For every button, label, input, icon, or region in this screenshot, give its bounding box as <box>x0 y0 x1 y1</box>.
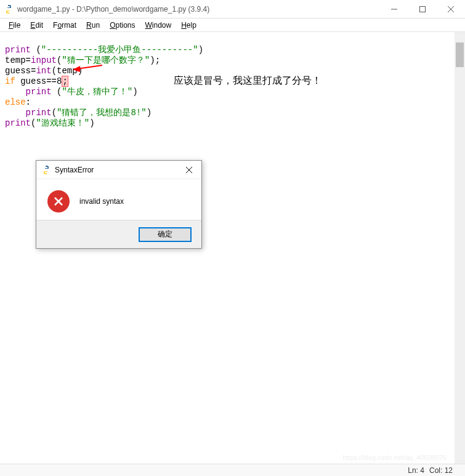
statusbar: Ln: 4 Col: 12 <box>0 464 465 476</box>
menu-help[interactable]: Help <box>177 20 200 31</box>
menu-window[interactable]: Window <box>142 20 176 31</box>
titlebar: wordgame_1.py - D:\Python_demo\wordgame_… <box>0 0 465 18</box>
svg-rect-1 <box>420 6 426 12</box>
svg-line-4 <box>76 65 102 69</box>
dialog-footer: 确定 <box>36 220 201 248</box>
close-button[interactable] <box>437 0 465 18</box>
annotation-arrow-icon <box>73 63 103 72</box>
minimize-button[interactable] <box>380 0 408 18</box>
dialog-body: invalid syntax <box>36 179 201 220</box>
python-icon <box>41 165 51 175</box>
dialog-titlebar: SyntaxError <box>36 161 201 179</box>
python-icon <box>4 4 14 14</box>
error-icon <box>47 190 70 212</box>
menubar: File Edit Format Run Options Window Help <box>0 18 465 32</box>
status-line: Ln: 4 <box>408 466 424 475</box>
scrollbar-thumb[interactable] <box>456 42 464 67</box>
svg-marker-5 <box>73 66 80 72</box>
dialog-close-button[interactable] <box>177 161 201 179</box>
menu-format[interactable]: Format <box>49 20 80 31</box>
menu-file[interactable]: File <box>5 20 24 31</box>
menu-run[interactable]: Run <box>83 20 103 31</box>
maximize-button[interactable] <box>408 0 437 18</box>
menu-options[interactable]: Options <box>106 20 139 31</box>
annotation-text: 应该是冒号，我这里打成了分号！ <box>174 75 321 86</box>
vertical-scrollbar[interactable] <box>455 32 465 464</box>
ok-button[interactable]: 确定 <box>139 227 192 242</box>
window-title: wordgame_1.py - D:\Python_demo\wordgame_… <box>17 5 380 14</box>
menu-edit[interactable]: Edit <box>26 20 47 31</box>
dialog-message: invalid syntax <box>79 197 124 206</box>
dialog-title: SyntaxError <box>55 166 177 174</box>
syntax-error-highlight: ; <box>62 76 68 87</box>
window-buttons <box>380 0 465 18</box>
status-col: Col: 12 <box>429 466 453 475</box>
error-dialog: SyntaxError invalid syntax 确定 <box>36 160 202 249</box>
code-token: print <box>5 45 31 55</box>
